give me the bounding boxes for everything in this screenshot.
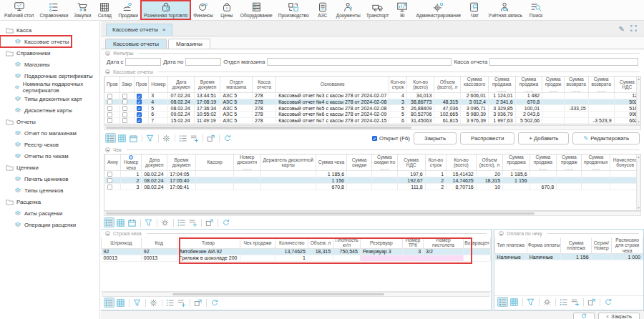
sidebar-item[interactable]: Типы ценников xyxy=(0,185,99,196)
toolbar-item-equipment[interactable]: Оборудование xyxy=(238,1,275,19)
toolbar-item-purchases[interactable]: Закупки xyxy=(71,1,94,19)
row-checkbox[interactable] xyxy=(107,178,112,183)
tab-close-icon[interactable]: × xyxy=(162,27,166,33)
toolbar-item-finance[interactable]: Финансы xyxy=(190,1,216,19)
column-header[interactable]: Сумма продаж …… xyxy=(542,77,565,93)
column-header[interactable]: Номер чека xyxy=(120,154,142,171)
column-header[interactable]: Кол-во строк xyxy=(425,154,446,171)
row-checkbox[interactable] xyxy=(122,118,127,123)
column-header[interactable]: Количество xyxy=(275,237,308,248)
toolbar-item-admin[interactable]: Администрирование xyxy=(413,1,464,19)
open-window-button[interactable] xyxy=(204,217,215,227)
list-view-button[interactable] xyxy=(104,298,114,308)
table-row[interactable]: НаличныеНаличные1 1561 000 xyxy=(495,254,643,260)
column-header[interactable]: Сумма возврата …… xyxy=(564,77,588,93)
grid-view-button[interactable] xyxy=(115,298,126,308)
row-checkbox[interactable] xyxy=(122,106,127,111)
vertical-scrollbar[interactable]: ▲▼ xyxy=(636,154,640,210)
column-header[interactable]: Основание xyxy=(276,77,389,93)
column-header[interactable]: Отдел магазина xyxy=(220,77,253,93)
row-checkbox[interactable] xyxy=(107,112,112,117)
column-header[interactable]: Пров xyxy=(105,77,120,93)
column-header[interactable]: Пров xyxy=(134,77,149,93)
column-header[interactable]: Кол-во (всего) xyxy=(447,154,477,171)
filter-button[interactable] xyxy=(145,133,155,143)
sidebar-item[interactable]: Реестр чеков xyxy=(0,139,99,150)
sidebar-folder[interactable]: Ценники xyxy=(0,162,99,173)
column-header[interactable]: Сумма продажа …… xyxy=(503,154,530,171)
refresh-button[interactable] xyxy=(209,298,220,308)
close-window-button[interactable]: × Закрыть xyxy=(598,313,640,319)
column-header[interactable]: Товар xyxy=(177,237,240,248)
column-header[interactable]: Номер пистолета xyxy=(424,237,464,248)
add-button[interactable]: + Добавить xyxy=(518,132,569,144)
row-checkbox[interactable]: ✓ xyxy=(137,118,142,123)
column-header[interactable]: Дата докумен xyxy=(142,154,167,171)
column-header[interactable]: Держатель дисконтной карты xyxy=(260,154,316,171)
sidebar-item[interactable]: Отчеты по чекам xyxy=(0,150,99,162)
column-header[interactable]: Кол-во строк xyxy=(389,77,407,93)
column-header[interactable]: Объем, л xyxy=(308,237,333,248)
filter-button[interactable] xyxy=(132,298,142,308)
column-header[interactable]: Номер ТРК xyxy=(402,237,423,248)
subtab-stores[interactable]: Магазины xyxy=(168,39,210,49)
column-header[interactable]: Сумма скидки xyxy=(347,154,372,171)
edit-button[interactable]: ✎ Редактировать xyxy=(572,132,640,144)
column-header[interactable]: Время докумен xyxy=(167,154,196,171)
table-row[interactable]: 108.02.2417:04:051 185,6197,6115,4143220… xyxy=(105,171,640,177)
collapse-icon[interactable] xyxy=(499,231,504,236)
sidebar-item[interactable]: Операции расценки xyxy=(0,219,99,230)
sidebar-item[interactable]: Дисконтные карты xyxy=(0,104,99,116)
sidebar-folder[interactable]: Расценка xyxy=(0,196,99,207)
row-checkbox[interactable] xyxy=(107,94,112,99)
row-checkbox[interactable]: ✓ xyxy=(137,106,142,111)
row-checkbox[interactable]: ✓ xyxy=(137,94,142,99)
table-row[interactable]: ✓307.02.2413:44:51АЗС 5278Кассовый отчет… xyxy=(105,93,640,99)
sidebar-item[interactable]: Подарочные сертификаты xyxy=(0,70,99,82)
column-header[interactable]: Сумма продажа …… xyxy=(530,154,556,171)
table-row[interactable]: 0001300013Грильяж в шоколаде 2001 xyxy=(102,255,491,261)
vertical-scrollbar[interactable]: ▲▼ xyxy=(636,77,640,124)
toolbar-item-retail[interactable]: Розничная торговля xyxy=(141,1,190,19)
store-dept-input[interactable] xyxy=(267,58,452,66)
toolbar-item-chat[interactable]: Чат xyxy=(464,1,485,19)
toolbar-item-production[interactable]: Производство xyxy=(275,1,312,19)
column-header[interactable]: Расписано для строки чека xyxy=(612,237,643,254)
horizontal-scrollbar[interactable] xyxy=(104,211,641,216)
column-header[interactable]: Сумма продаж …… xyxy=(557,154,582,171)
sidebar-folder[interactable]: Справочники xyxy=(0,47,99,59)
toolbar-item-azs[interactable]: АЗС xyxy=(312,1,333,19)
settings-button[interactable] xyxy=(542,297,552,307)
settings-button[interactable] xyxy=(148,298,159,308)
toolbar-item-transport[interactable]: Транспорт xyxy=(364,1,392,19)
row-checkbox[interactable] xyxy=(107,172,112,177)
column-header[interactable]: Объем (всего), л xyxy=(434,77,461,93)
toolbar-item-bi[interactable]: BI xyxy=(391,1,413,19)
sidebar-folder[interactable]: Касса xyxy=(0,24,99,36)
column-header[interactable]: Сумма скидки по …… xyxy=(372,154,397,171)
column-header[interactable]: Сумма платежа xyxy=(561,237,591,254)
column-header[interactable]: Резервуар xyxy=(360,237,402,248)
row-checkbox[interactable] xyxy=(107,118,112,123)
unpost-button[interactable]: Распровести xyxy=(460,132,514,144)
table-row[interactable]: 9292Автобензин АИ-9213,7462518,315750,54… xyxy=(102,248,491,255)
toolbar-item-desktop[interactable]: Рабочий стол xyxy=(1,1,36,19)
settings-button[interactable] xyxy=(160,217,170,227)
date-from-input[interactable] xyxy=(125,58,161,66)
filter-button[interactable] xyxy=(143,217,154,227)
grid-view-button[interactable] xyxy=(117,133,127,143)
refresh-button[interactable] xyxy=(220,217,231,227)
row-checkbox[interactable]: ✓ xyxy=(137,112,142,117)
column-header[interactable]: Сумма возврата …… xyxy=(588,77,614,93)
column-header[interactable]: Номер xyxy=(149,77,168,93)
refresh-button[interactable] xyxy=(573,313,595,319)
edit-icon[interactable]: ✎ xyxy=(619,26,625,33)
checklist-button[interactable] xyxy=(177,133,188,143)
sidebar-item[interactable]: Кассовые отчеты xyxy=(0,36,72,47)
subtab-cash-reports[interactable]: Кассовые отчеты xyxy=(105,39,167,49)
sidebar-item[interactable]: Отчет по магазинам xyxy=(0,127,99,139)
add-row-button[interactable] xyxy=(187,217,198,227)
column-header[interactable]: Кассир xyxy=(195,154,233,171)
add-row-button[interactable] xyxy=(176,298,187,308)
column-header[interactable]: Сумма продажа …… xyxy=(488,77,515,93)
